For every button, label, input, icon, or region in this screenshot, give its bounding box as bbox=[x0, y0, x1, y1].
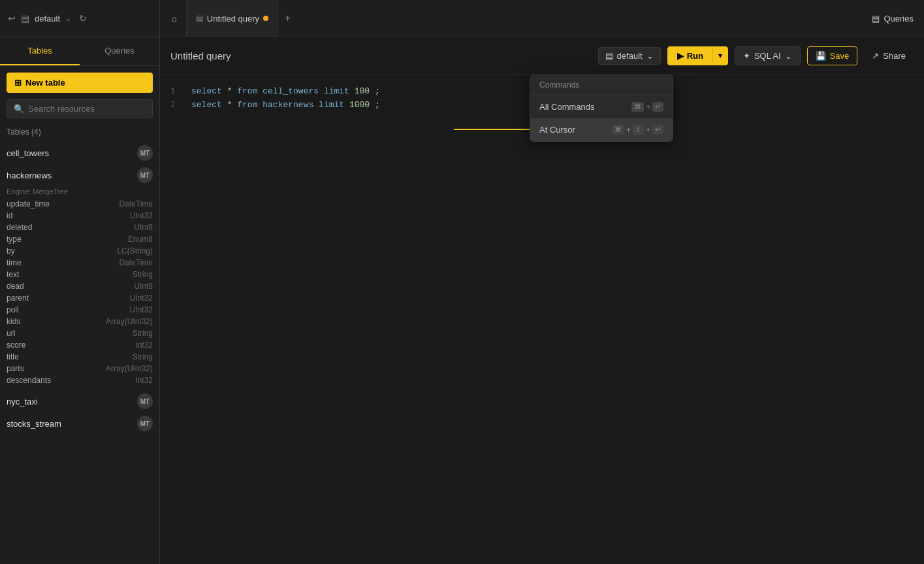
field-url: url String bbox=[7, 327, 153, 339]
field-time: time DateTime bbox=[7, 257, 153, 269]
queries-label: Queries bbox=[884, 14, 914, 24]
search-input[interactable] bbox=[28, 104, 146, 114]
db-selector-label: default bbox=[617, 51, 643, 61]
field-descendants: descendants Int32 bbox=[7, 374, 153, 386]
field-kids: kids Array(UInt32) bbox=[7, 316, 153, 327]
tables-header: Tables (4) bbox=[7, 125, 153, 142]
new-table-button[interactable]: ⊞ New table bbox=[7, 73, 153, 93]
dropdown-item-all-commands[interactable]: All Commands ⌘ + ↵ bbox=[530, 95, 673, 118]
run-dropdown-button[interactable]: ▾ bbox=[712, 47, 727, 64]
field-deleted: deleted UInt8 bbox=[7, 222, 153, 233]
query-tab-icon: ▤ bbox=[196, 14, 203, 23]
all-commands-shortcut: ⌘ + ↵ bbox=[631, 102, 663, 112]
sql-ai-button[interactable]: ✦ SQL AI ⌄ bbox=[735, 46, 801, 65]
search-bar[interactable]: 🔍 bbox=[7, 99, 153, 118]
back-icon[interactable]: ↩ bbox=[8, 13, 16, 24]
commands-dropdown: Commands All Commands ⌘ + ↵ At Cursor ⌘ … bbox=[530, 75, 673, 142]
table-row-stocks-stream[interactable]: stocks_stream MT bbox=[7, 412, 153, 435]
code-editor[interactable]: 1 select * from cell_towers limit 100 ; … bbox=[160, 75, 924, 564]
dropdown-header: Commands bbox=[530, 75, 673, 95]
query-title[interactable]: Untitled query bbox=[170, 50, 592, 61]
field-text: text String bbox=[7, 269, 153, 280]
table-row-hackernews[interactable]: hackernews MT bbox=[7, 164, 153, 186]
queries-button[interactable]: ▤ Queries bbox=[861, 14, 924, 24]
field-dead: dead UInt8 bbox=[7, 280, 153, 292]
share-icon: ↗ bbox=[872, 51, 879, 61]
tables-section: Tables (4) cell_towers MT hackernews MT … bbox=[0, 125, 159, 564]
run-button-group: ▶ Run ▾ bbox=[667, 46, 728, 65]
db-selector[interactable]: ▤ default ⌄ bbox=[598, 47, 661, 65]
field-type: type Enum8 bbox=[7, 233, 153, 245]
top-bar: ↩ ▤ default ⌄ ↻ ⌂ ▤ Untitled query + ▤ Q… bbox=[0, 0, 924, 37]
field-score: score Int32 bbox=[7, 339, 153, 351]
queries-icon: ▤ bbox=[872, 14, 880, 24]
run-icon: ▶ bbox=[677, 51, 684, 61]
query-toolbar: Untitled query ▤ default ⌄ ▶ Run ▾ ✦ SQL… bbox=[160, 37, 924, 75]
run-button[interactable]: ▶ Run bbox=[668, 47, 712, 65]
home-tab[interactable]: ⌂ bbox=[163, 0, 187, 37]
sql-ai-icon: ✦ bbox=[743, 51, 750, 61]
sql-ai-chevron: ⌄ bbox=[785, 51, 792, 61]
add-tab-button[interactable]: + bbox=[278, 0, 297, 37]
db-name-label: default bbox=[35, 14, 60, 24]
add-tab-icon: + bbox=[285, 12, 291, 24]
code-content-1: select * from cell_towers limit 100 ; bbox=[191, 85, 380, 99]
database-icon: ▤ bbox=[21, 13, 29, 24]
engine-label: Engine: MergeTree bbox=[7, 186, 153, 198]
table-row-nyc-taxi[interactable]: nyc_taxi MT bbox=[7, 390, 153, 412]
query-tab-label: Untitled query bbox=[207, 14, 259, 24]
query-tab-active[interactable]: ▤ Untitled query bbox=[187, 0, 278, 37]
refresh-icon[interactable]: ↻ bbox=[79, 13, 87, 24]
at-cursor-shortcut: ⌘ + ⇧ + ↵ bbox=[612, 125, 663, 135]
unsaved-dot bbox=[263, 16, 268, 21]
field-id: id UInt32 bbox=[7, 210, 153, 222]
new-table-icon: ⊞ bbox=[14, 78, 22, 88]
code-content-2: select * from hackernews limit 1000 ; bbox=[191, 99, 380, 112]
table-row-cell-towers[interactable]: cell_towers MT bbox=[7, 142, 153, 164]
field-update_time: update_time DateTime bbox=[7, 198, 153, 210]
tabs-area: ⌂ ▤ Untitled query + bbox=[160, 0, 861, 37]
tab-tables[interactable]: Tables bbox=[0, 37, 80, 65]
main-content: Tables Queries ⊞ New table 🔍 Tables (4) … bbox=[0, 37, 924, 564]
query-area: Untitled query ▤ default ⌄ ▶ Run ▾ ✦ SQL… bbox=[160, 37, 924, 564]
db-selector-chevron: ⌄ bbox=[646, 51, 654, 61]
search-icon: 🔍 bbox=[14, 104, 24, 114]
field-by: by LC(String) bbox=[7, 245, 153, 257]
field-poll: poll UInt32 bbox=[7, 304, 153, 316]
line-num-1: 1 bbox=[170, 85, 181, 99]
sidebar: Tables Queries ⊞ New table 🔍 Tables (4) … bbox=[0, 37, 160, 564]
sidebar-tabs: Tables Queries bbox=[0, 37, 159, 66]
save-button[interactable]: 💾 Save bbox=[807, 46, 858, 65]
tab-queries[interactable]: Queries bbox=[80, 37, 159, 65]
home-icon: ⌂ bbox=[172, 14, 177, 24]
top-bar-left: ↩ ▤ default ⌄ ↻ bbox=[0, 0, 160, 37]
share-button[interactable]: ↗ Share bbox=[864, 47, 914, 65]
db-chevron-icon[interactable]: ⌄ bbox=[65, 14, 71, 23]
db-selector-icon: ▤ bbox=[605, 51, 613, 61]
field-title: title String bbox=[7, 351, 153, 363]
field-parts: parts Array(UInt32) bbox=[7, 363, 153, 374]
line-num-2: 2 bbox=[170, 99, 181, 112]
dropdown-item-at-cursor[interactable]: At Cursor ⌘ + ⇧ + ↵ bbox=[530, 118, 673, 141]
save-icon: 💾 bbox=[816, 51, 826, 61]
field-parent: parent UInt32 bbox=[7, 292, 153, 304]
